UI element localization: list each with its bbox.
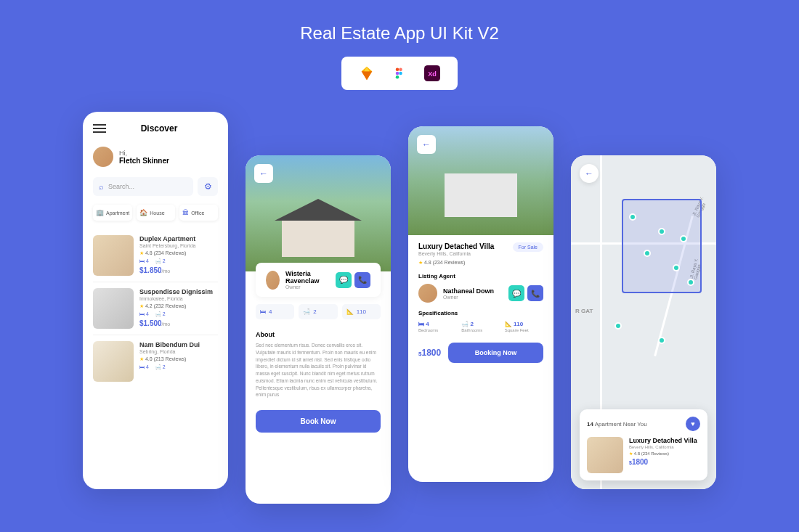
heart-icon: ♥ [691,420,694,427]
search-placeholder: Search... [108,183,134,190]
bed-icon: 🛏 [260,308,266,315]
star-icon: ★ [139,250,144,255]
chat-button[interactable]: 💬 [336,272,352,288]
listing-rating: ★ 4.0 (213 Reviews) [139,356,218,362]
map-pin[interactable] [658,228,665,235]
discover-screen: Discover Hi, Fletch Skinner ⌕ Search... … [83,112,228,489]
listing-rating: ★ 4.8 (234 Reviews) [139,250,218,256]
bath-icon: 🛁 2 [155,258,166,264]
star-icon: ★ [139,303,144,308]
map-pin[interactable] [687,279,694,286]
back-button[interactable]: ← [417,135,436,154]
building-icon: 🏢 [96,209,104,216]
hero-image: ← [408,126,553,235]
property-location: Beverly Hills, California [418,251,494,256]
listing-title: Suspendisse Dignissim [139,288,218,295]
owner-card: Wisteria Ravenclaw Owner 💬 📞 [256,263,381,297]
call-button[interactable]: 📞 [527,285,543,301]
sketch-icon [358,65,376,82]
bath-icon: 🛁 2 [155,364,166,370]
listing-location: Sebring, Florida [139,349,218,354]
spec-bathrooms: 🛁 2Bathrooms [461,321,500,332]
star-icon: ★ [418,260,423,265]
bed-icon: 🛏 4 [139,364,149,370]
phone-icon: 📞 [531,290,540,298]
avatar[interactable] [418,284,437,303]
agent-role: Owner [443,295,494,300]
listing-card[interactable]: Nam Bibendum Dui Sebring, Florida ★ 4.0 … [93,335,218,388]
avatar[interactable] [266,271,280,290]
listing-location: Saint Petersburg, Florida [139,243,218,248]
filter-icon: ⚙ [204,181,212,192]
map-pin[interactable] [629,213,636,221]
chat-button[interactable]: 💬 [508,285,524,301]
filter-button[interactable]: ⚙ [198,177,218,196]
spec-area: 📐110 [342,304,381,319]
back-button[interactable]: ← [254,164,273,183]
username: Fletch Skinner [119,157,169,165]
tools-badge: Xd [341,57,458,90]
category-apartment[interactable]: 🏢Apartment [93,205,132,221]
owner-role: Owner [285,285,330,290]
map-pin[interactable] [658,337,665,344]
property-price: $1800 [418,348,441,358]
listing-location: Beverly Hills, California [629,445,697,449]
listing-image [93,235,134,276]
area-icon: 📐 [346,308,354,315]
svg-point-1 [399,68,402,72]
office-icon: 🏛 [182,209,189,216]
chat-icon: 💬 [339,276,348,284]
svg-text:Xd: Xd [428,70,437,78]
greeting: Hi, [119,150,169,157]
listing-title: Nam Bibendum Dui [139,341,218,348]
listing-card[interactable]: Duplex Apartment Saint Petersburg, Flori… [93,229,218,282]
star-icon: ★ [629,451,633,456]
status-badge: For Sale [513,242,543,252]
spec-sqft: 📐 110Square Feet [505,321,543,332]
search-input[interactable]: ⌕ Search... [93,177,193,196]
specs-heading: Spesifications [418,310,543,316]
category-office[interactable]: 🏛Office [179,205,218,221]
search-icon: ⌕ [99,182,104,191]
arrow-left-icon: ← [422,139,431,150]
map-pin[interactable] [644,250,651,257]
listing-card[interactable]: Luxury Detached Villa Beverly Hills, Cal… [587,437,700,473]
listing-price: $1.500/mo [139,319,218,327]
map-pin[interactable] [680,235,687,242]
listing-image [93,341,134,382]
listing-rating: ★ 4.8 (234 Reviews) [629,451,697,456]
listing-location: Immokalee, Florida [139,296,218,301]
map-pin[interactable] [673,264,680,271]
figma-icon [391,65,408,82]
back-button[interactable]: ← [580,164,599,183]
arrow-left-icon: ← [259,168,268,179]
screen-title: Discover [100,123,218,134]
svg-point-4 [396,75,400,79]
map-pin[interactable] [615,322,622,330]
svg-point-2 [396,72,400,75]
booking-now-button[interactable]: Booking Now [448,343,543,363]
avatar[interactable] [93,147,113,167]
star-icon: ★ [139,356,144,361]
nearby-card: 14 Apartment Near You ♥ Luxury Detached … [580,409,707,480]
favorite-button[interactable]: ♥ [686,417,700,431]
villa-screen: ← Luxury Detached Villa Beverly Hills, C… [408,126,553,482]
listing-title: Luxury Detached Villa [629,437,697,444]
arrow-left-icon: ← [585,168,593,179]
svg-point-0 [396,68,400,72]
category-house[interactable]: 🏠House [137,205,175,221]
listing-image [93,288,134,329]
spec-bedrooms: 🛏 4Bedrooms [418,321,457,332]
bath-icon: 🛁 2 [155,311,166,317]
book-now-button[interactable]: Book Now [256,410,381,433]
spec-beds: 🛏4 [256,304,294,319]
owner-name: Wisteria Ravenclaw [285,270,330,285]
call-button[interactable]: 📞 [354,272,370,288]
area-label: R GAT [575,308,593,314]
bath-icon: 🛁 [303,308,310,315]
house-icon: 🏠 [139,209,147,216]
spec-baths: 🛁2 [299,304,337,319]
listing-price: $1800 [629,458,697,466]
listing-card[interactable]: Suspendisse Dignissim Immokalee, Florida… [93,282,218,335]
agent-heading: Listing Agent [418,273,543,279]
